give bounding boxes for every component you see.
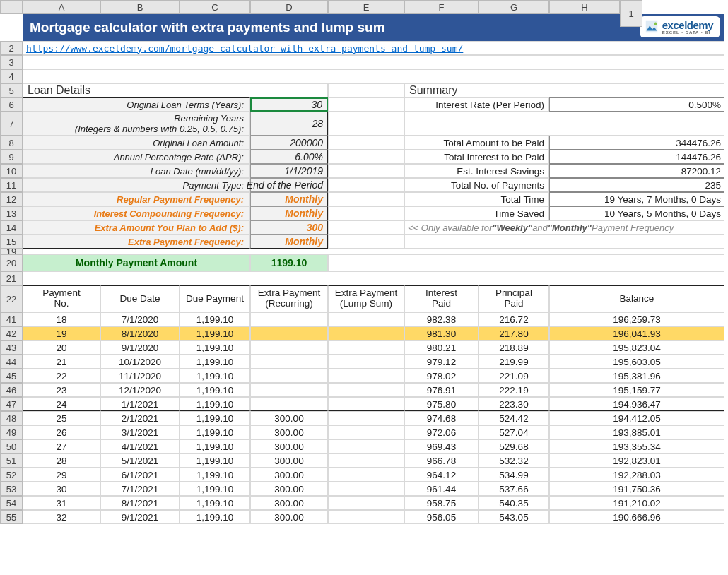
table-header-7[interactable]: Balance <box>549 285 724 312</box>
table-cell[interactable]: 1,199.10 <box>180 355 250 369</box>
table-cell[interactable]: 8/1/2020 <box>100 326 180 340</box>
table-cell[interactable]: 217.80 <box>479 326 549 340</box>
table-cell[interactable] <box>328 340 404 355</box>
table-header-0[interactable]: PaymentNo. <box>23 285 100 312</box>
table-cell[interactable]: 1,199.10 <box>180 326 250 340</box>
table-cell[interactable]: 195,159.77 <box>549 383 724 397</box>
row-head-19[interactable]: 19 <box>0 249 23 254</box>
table-cell[interactable]: 191,210.02 <box>549 496 724 510</box>
table-cell[interactable]: 980.21 <box>404 340 479 355</box>
table-cell[interactable]: 191,750.36 <box>549 482 724 496</box>
table-cell[interactable]: 981.30 <box>404 326 479 340</box>
table-cell[interactable]: 222.19 <box>479 383 549 397</box>
table-cell[interactable]: 300.00 <box>250 482 328 496</box>
table-cell[interactable]: 190,666.96 <box>549 510 724 524</box>
row-head-48[interactable]: 48 <box>0 411 23 425</box>
table-cell[interactable]: 300.00 <box>250 439 328 454</box>
table-cell[interactable]: 9/1/2021 <box>100 510 180 524</box>
table-cell[interactable] <box>328 454 404 468</box>
table-cell[interactable]: 218.89 <box>479 340 549 355</box>
table-cell[interactable]: 1,199.10 <box>180 425 250 439</box>
table-cell[interactable]: 25 <box>23 411 100 425</box>
table-cell[interactable]: 1/1/2021 <box>100 397 180 411</box>
row-head-47[interactable]: 47 <box>0 397 23 411</box>
loan-value-9[interactable]: Monthly <box>250 235 328 249</box>
table-cell[interactable]: 195,823.04 <box>549 340 724 355</box>
table-cell[interactable]: 192,288.03 <box>549 468 724 482</box>
table-cell[interactable]: 958.75 <box>404 496 479 510</box>
table-cell[interactable] <box>328 369 404 383</box>
row-head-54[interactable]: 54 <box>0 496 23 510</box>
table-cell[interactable] <box>328 468 404 482</box>
table-cell[interactable]: 11/1/2020 <box>100 369 180 383</box>
table-header-3[interactable]: Extra Payment(Recurring) <box>250 285 328 312</box>
table-cell[interactable] <box>328 425 404 439</box>
row-head-50[interactable]: 50 <box>0 439 23 454</box>
col-head-D[interactable]: D <box>250 0 328 14</box>
row-head-11[interactable]: 11 <box>0 178 23 192</box>
table-cell[interactable]: 300.00 <box>250 496 328 510</box>
table-cell[interactable]: 976.91 <box>404 383 479 397</box>
table-cell[interactable] <box>250 383 328 397</box>
table-cell[interactable]: 192,823.01 <box>549 454 724 468</box>
table-cell[interactable]: 978.02 <box>404 369 479 383</box>
row-head-6[interactable]: 6 <box>0 97 23 112</box>
table-cell[interactable]: 300.00 <box>250 510 328 524</box>
table-cell[interactable]: 216.72 <box>479 312 549 326</box>
table-cell[interactable]: 300.00 <box>250 454 328 468</box>
table-cell[interactable]: 300.00 <box>250 468 328 482</box>
row-head-10[interactable]: 10 <box>0 164 23 178</box>
table-cell[interactable]: 3/1/2021 <box>100 425 180 439</box>
table-cell[interactable]: 543.05 <box>479 510 549 524</box>
table-cell[interactable]: 540.35 <box>479 496 549 510</box>
table-cell[interactable]: 1,199.10 <box>180 340 250 355</box>
row-head-51[interactable]: 51 <box>0 454 23 468</box>
table-cell[interactable]: 982.38 <box>404 312 479 326</box>
table-cell[interactable] <box>328 482 404 496</box>
table-cell[interactable]: 223.30 <box>479 397 549 411</box>
table-cell[interactable]: 1,199.10 <box>180 411 250 425</box>
row-head-2[interactable]: 2 <box>0 41 23 55</box>
row-head-5[interactable]: 5 <box>0 83 23 97</box>
loan-value-8[interactable]: 300 <box>250 220 328 235</box>
table-cell[interactable]: 529.68 <box>479 439 549 454</box>
table-cell[interactable]: 537.66 <box>479 482 549 496</box>
row-head-14[interactable]: 14 <box>0 220 23 235</box>
row-head-44[interactable]: 44 <box>0 355 23 369</box>
table-cell[interactable]: 29 <box>23 468 100 482</box>
table-cell[interactable] <box>328 510 404 524</box>
table-cell[interactable] <box>328 383 404 397</box>
row-head-4[interactable]: 4 <box>0 69 23 83</box>
table-cell[interactable]: 1,199.10 <box>180 496 250 510</box>
row-head-21[interactable]: 21 <box>0 271 23 285</box>
table-header-4[interactable]: Extra Payment(Lump Sum) <box>328 285 404 312</box>
table-cell[interactable]: 196,041.93 <box>549 326 724 340</box>
table-cell[interactable]: 27 <box>23 439 100 454</box>
table-cell[interactable]: 7/1/2021 <box>100 482 180 496</box>
table-cell[interactable]: 2/1/2021 <box>100 411 180 425</box>
table-cell[interactable]: 12/1/2020 <box>100 383 180 397</box>
loan-value-6[interactable]: Monthly <box>250 192 328 206</box>
table-cell[interactable]: 20 <box>23 340 100 355</box>
row-head-52[interactable]: 52 <box>0 468 23 482</box>
table-cell[interactable]: 969.43 <box>404 439 479 454</box>
table-cell[interactable]: 524.42 <box>479 411 549 425</box>
row-head-20[interactable]: 20 <box>0 254 23 271</box>
row-head-9[interactable]: 9 <box>0 150 23 164</box>
col-head-A[interactable]: A <box>23 0 100 14</box>
row-head-53[interactable]: 53 <box>0 482 23 496</box>
table-cell[interactable] <box>250 397 328 411</box>
table-cell[interactable]: 18 <box>23 312 100 326</box>
table-cell[interactable]: 1,199.10 <box>180 510 250 524</box>
row-head-8[interactable]: 8 <box>0 136 23 150</box>
table-header-5[interactable]: InterestPaid <box>404 285 479 312</box>
table-cell[interactable] <box>328 397 404 411</box>
row-head-12[interactable]: 12 <box>0 192 23 206</box>
table-cell[interactable] <box>328 439 404 454</box>
table-cell[interactable]: 300.00 <box>250 411 328 425</box>
loan-value-4[interactable]: 1/1/2019 <box>250 164 328 178</box>
table-cell[interactable]: 194,412.05 <box>549 411 724 425</box>
table-header-2[interactable]: Due Payment <box>180 285 250 312</box>
table-cell[interactable]: 9/1/2020 <box>100 340 180 355</box>
table-cell[interactable] <box>328 355 404 369</box>
